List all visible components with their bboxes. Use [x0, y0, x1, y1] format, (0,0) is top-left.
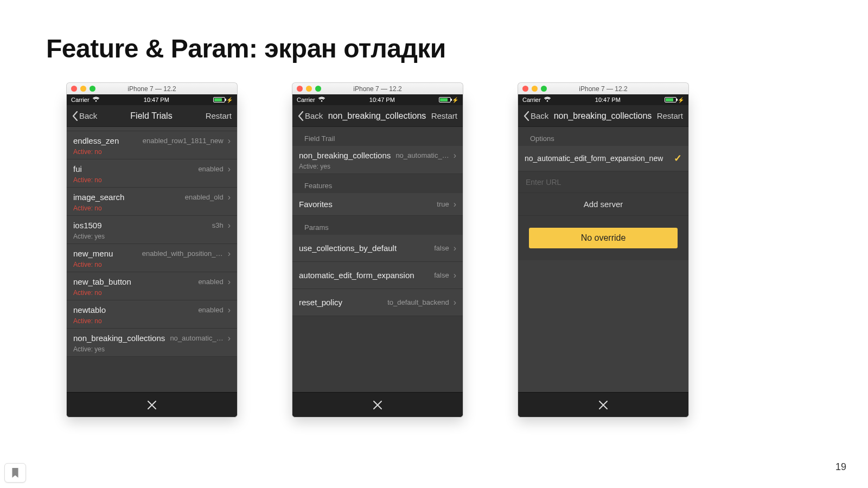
- chevron-right-icon: ›: [228, 137, 231, 145]
- row-title: image_search: [73, 192, 124, 202]
- table-row[interactable]: new_tab_buttonenabled›Active: no: [67, 272, 237, 300]
- clock: 10:47 PM: [369, 97, 395, 103]
- section-field-trail: Field Trail: [292, 127, 463, 146]
- wifi-icon: [318, 97, 326, 103]
- table-row[interactable]: endless_zenenabled_row1_1811_new›Active:…: [67, 131, 237, 159]
- zoom-dot[interactable]: [541, 86, 547, 92]
- chevron-right-icon: ›: [454, 271, 456, 280]
- close-toolbar-button[interactable]: [292, 392, 463, 417]
- content-spacer: [518, 260, 688, 392]
- param-row[interactable]: automatic_edit_form_expansionfalse›: [292, 262, 463, 289]
- row-title: non_breaking_collections: [73, 333, 165, 343]
- table-row[interactable]: image_searchenabled_old›Active: no: [67, 188, 237, 216]
- nav-title: non_breaking_collections: [323, 111, 431, 121]
- close-dot[interactable]: [297, 86, 303, 92]
- row-title: automatic_edit_form_expansion: [299, 271, 414, 280]
- row-value: enabled: [198, 278, 223, 286]
- chevron-right-icon: ›: [228, 306, 231, 314]
- trail-row[interactable]: non_breaking_collections no_automatic_… …: [292, 146, 463, 174]
- chevron-left-icon: [298, 111, 304, 121]
- status-bar: Carrier 10:47 PM ⚡: [518, 94, 688, 105]
- restart-button[interactable]: Restart: [431, 111, 457, 120]
- list-overflow-top: [67, 127, 237, 131]
- row-value: enabled_old: [185, 193, 224, 201]
- table-row[interactable]: fuienabled›Active: no: [67, 159, 237, 188]
- simulator-window-2: iPhone 7 — 12.2 Carrier 10:47 PM ⚡: [292, 82, 463, 418]
- close-icon: [146, 400, 157, 410]
- chevron-right-icon: ›: [454, 298, 456, 307]
- minimize-dot[interactable]: [80, 86, 86, 92]
- close-toolbar-button[interactable]: [67, 392, 237, 417]
- row-value: enabled: [198, 165, 223, 173]
- chevron-right-icon: ›: [228, 334, 231, 343]
- close-dot[interactable]: [522, 86, 528, 92]
- nav-bar: Back non_breaking_collections Restart: [292, 105, 463, 127]
- restart-button[interactable]: Restart: [657, 111, 683, 120]
- minimize-dot[interactable]: [306, 86, 312, 92]
- battery-indicator: ⚡: [665, 97, 684, 103]
- row-value: enabled: [198, 306, 223, 314]
- chevron-right-icon: ›: [228, 221, 231, 230]
- mac-titlebar: iPhone 7 — 12.2: [292, 82, 463, 94]
- row-active-status: Active: no: [73, 317, 231, 325]
- status-bar: Carrier 10:47 PM ⚡: [292, 94, 463, 105]
- zoom-dot[interactable]: [90, 86, 95, 92]
- row-title: fui: [73, 164, 82, 174]
- chevron-right-icon: ›: [454, 244, 456, 253]
- row-value: to_default_backend: [387, 298, 449, 306]
- row-title: non_breaking_collections: [299, 151, 391, 160]
- back-button[interactable]: Back: [524, 111, 548, 121]
- checkmark-icon: ✓: [674, 152, 682, 164]
- section-params: Params: [292, 216, 463, 235]
- carrier-label: Carrier: [71, 97, 90, 103]
- row-title: reset_policy: [299, 298, 342, 307]
- row-title: endless_zen: [73, 136, 119, 145]
- chevron-right-icon: ›: [454, 151, 456, 160]
- chevron-right-icon: ›: [228, 278, 231, 286]
- chevron-left-icon: [72, 111, 78, 121]
- row-active-status: Active: yes: [73, 345, 231, 353]
- clock: 10:47 PM: [144, 97, 169, 103]
- row-active-status: Active: no: [73, 204, 231, 212]
- close-dot[interactable]: [71, 86, 77, 92]
- add-server-button[interactable]: Add server: [518, 193, 688, 216]
- row-title: new_menu: [73, 249, 113, 258]
- status-bar: Carrier 10:47 PM ⚡: [67, 94, 237, 105]
- row-active-status: Active: yes: [299, 163, 456, 170]
- param-row[interactable]: use_collections_by_defaultfalse›: [292, 235, 463, 262]
- nav-bar: Back Field Trials Restart: [67, 105, 237, 127]
- close-icon: [372, 400, 383, 410]
- url-input[interactable]: Enter URL: [518, 171, 688, 193]
- row-active-status: Active: yes: [73, 233, 231, 240]
- no-override-button[interactable]: No override: [529, 228, 678, 248]
- restart-button[interactable]: Restart: [206, 111, 232, 120]
- row-value: enabled_with_position_old: [142, 249, 224, 258]
- back-button[interactable]: Back: [298, 111, 323, 121]
- row-active-status: Active: no: [73, 176, 231, 184]
- bookmark-button[interactable]: [4, 463, 26, 483]
- minimize-dot[interactable]: [532, 86, 538, 92]
- table-row[interactable]: newtabloenabled›Active: no: [67, 300, 237, 329]
- zoom-dot[interactable]: [315, 86, 321, 92]
- chevron-left-icon: [524, 111, 529, 121]
- chevron-right-icon: ›: [228, 165, 231, 174]
- table-row[interactable]: new_menuenabled_with_position_old›Active…: [67, 244, 237, 272]
- back-button[interactable]: Back: [72, 111, 97, 121]
- param-row[interactable]: reset_policyto_default_backend›: [292, 289, 463, 316]
- wifi-icon: [92, 97, 100, 103]
- section-options: Options: [518, 127, 688, 146]
- row-active-status: Active: no: [73, 261, 231, 268]
- close-toolbar-button[interactable]: [518, 392, 688, 417]
- row-title: newtablo: [73, 305, 106, 314]
- feature-row[interactable]: Favoritestrue›: [292, 193, 463, 216]
- mac-titlebar: iPhone 7 — 12.2: [518, 82, 689, 94]
- url-placeholder: Enter URL: [526, 178, 561, 187]
- row-value: enabled_row1_1811_new: [143, 137, 224, 145]
- row-value: false: [434, 244, 449, 252]
- table-row[interactable]: non_breaking_collectionsno_automatic_…›A…: [67, 329, 237, 357]
- option-row[interactable]: no_automatic_edit_form_expansion_new ✓: [518, 146, 688, 171]
- battery-indicator: ⚡: [213, 97, 233, 103]
- table-row[interactable]: ios1509s3h›Active: yes: [67, 216, 237, 244]
- slide-title: Feature & Param: экран отладки: [46, 34, 446, 63]
- row-active-status: Active: no: [73, 289, 231, 297]
